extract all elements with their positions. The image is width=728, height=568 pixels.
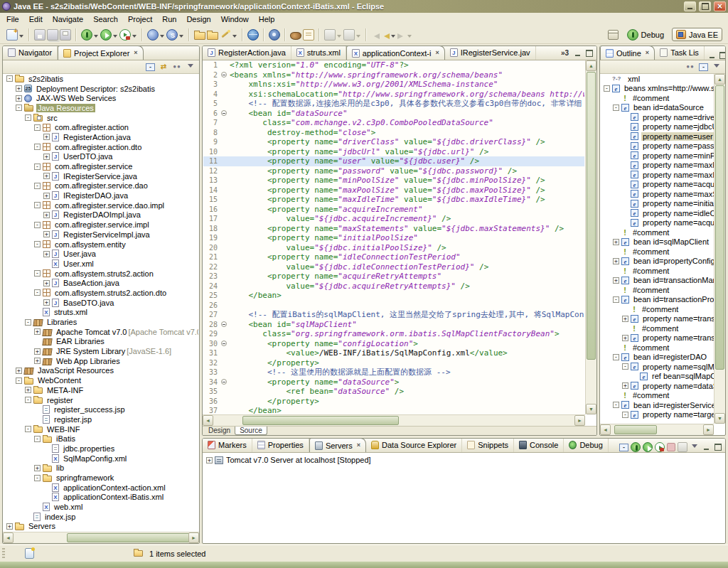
tree-item-src[interactable]: -src [4,113,198,123]
maximize-view-icon[interactable] [584,49,594,58]
debug-button[interactable] [80,28,100,41]
expander-icon[interactable]: + [43,134,50,140]
scroll-left-icon[interactable]: ◄ [600,424,611,435]
tree-item-comment[interactable]: +#comment [601,247,714,257]
minimize-button[interactable] [684,1,696,11]
tree-item-basedto-java[interactable]: +BaseDTO.java [4,298,198,308]
xml-source-editor[interactable]: 1<?xml version="1.0" encoding="UTF-8"?>2… [203,60,584,416]
tree-item-beans-xmlns-http-www-spring[interactable]: -beans xmlns=http://www.spring [601,84,714,94]
expander-icon[interactable]: + [43,212,50,218]
tree-item-com-aflregister-service-dao[interactable]: -com.aflregister.service.dao [4,181,198,191]
save-all-button[interactable] [46,28,59,41]
tree-item-web-xml[interactable]: +web.xml [4,502,198,512]
statusbar-grip[interactable] [2,548,5,559]
fold-icon[interactable] [221,321,227,327]
tree-item-bean-id-registerdao[interactable]: -bean id=registerDAO [601,353,714,363]
tree-item-web-inf[interactable]: -WEB-INF [4,424,198,434]
code-line-26[interactable]: 26 [203,301,584,311]
code-line-19[interactable]: 19 <property name="initialPoolSize" [203,233,584,243]
close-icon[interactable]: × [644,50,649,56]
tree-item-sqlmapconfig-xml[interactable]: +SqlMapConfig.xml [4,454,198,463]
tree-item-property-name-idleconn[interactable]: +property name=idleConn [601,208,714,218]
tree-item-comment[interactable]: +#comment [601,343,714,353]
tree-item-webcontent[interactable]: -WebContent [4,375,198,385]
expander-icon[interactable]: - [16,105,22,111]
expander-icon[interactable]: + [43,193,50,199]
tree-item-iregisterdao-java[interactable]: +IRegisterDAO.java [4,191,198,200]
code-line-5[interactable]: 5 <!-- 配置数据源,连接池采用的是c3p0, 具体各参数代表意义参看c3p… [203,99,584,109]
code-line-22[interactable]: 22 value="${jdbc.idleConnectionTestPerio… [203,262,584,272]
tree-item-property-name-sqlmapc[interactable]: -property name=sqlMapC [601,362,714,372]
expander-icon[interactable]: - [34,202,41,208]
tab-overflow-indicator[interactable]: »3 [559,47,571,60]
tab-iregisterservice-jav[interactable]: IRegisterService.jav [445,45,536,60]
expander-icon[interactable]: + [613,277,619,284]
expander-icon[interactable]: - [25,114,31,121]
expander-icon[interactable]: + [206,457,213,463]
tree-item-userdto-java[interactable]: +UserDTO.java [4,152,198,162]
tree-item-comment[interactable]: +#comment [601,227,714,237]
expander-icon[interactable]: - [34,241,41,247]
menu-file[interactable]: File [1,14,24,25]
code-line-20[interactable]: 20 value="${jdbc.initialPoolSize}" /> [203,243,584,253]
tree-item-servers[interactable]: +Servers [4,522,198,532]
tree-item-property-name-datasour[interactable]: +property name=dataSour [601,381,714,391]
tree-item-property-name-password[interactable]: +property name=password [601,141,714,151]
tree-item-struts-xml[interactable]: +struts.xml [4,308,198,318]
expander-icon[interactable]: + [613,239,619,245]
tree-item-web-app-libraries[interactable]: +Web App Libraries [4,356,198,366]
menu-edit[interactable]: Edit [24,14,48,25]
expander-icon[interactable]: - [613,402,619,408]
tree-item-register[interactable]: -register [4,395,198,405]
expander-icon[interactable]: + [622,382,628,389]
code-line-24[interactable]: 24 value="${jdbc.acquireRetryAttempts}" … [203,282,584,291]
menu-search[interactable]: Search [88,14,123,25]
code-line-6[interactable]: 6 <bean id="dataSource" [203,109,584,119]
last-edit-location-button[interactable] [370,30,380,40]
start-server-icon[interactable] [643,442,653,452]
close-icon[interactable]: × [132,50,137,56]
tree-item-bean-id-transactionmanager[interactable]: +bean id=transactionManager [601,276,714,286]
tree-item-comment[interactable]: +#comment [601,323,714,333]
restore-button[interactable] [699,1,711,11]
tree-item-springframework[interactable]: -springframework [4,473,198,483]
tree-item-com-aflregister-service-impl[interactable]: -com.aflregister.service.impl [4,220,198,230]
print-button[interactable] [59,28,72,41]
tree-item-property-name-transacti[interactable]: +property name=transacti [601,314,714,324]
tree-item-ibatis[interactable]: -iBatis [4,434,198,444]
link-with-editor-icon[interactable]: ⇄ [159,63,168,72]
code-line-28[interactable]: 28 <bean id="sqlMapClient" [203,320,584,330]
search-button[interactable] [268,28,281,41]
tree-item-lib[interactable]: +lib [4,463,198,473]
next-annotation-button[interactable] [323,28,343,41]
minimize-view-icon[interactable] [707,51,717,60]
publish-server-icon[interactable] [678,442,687,452]
expander-icon[interactable]: + [43,280,50,286]
expander-icon[interactable]: - [6,75,13,82]
tree-item-com-aflregister-service[interactable]: -com.aflregister.service [4,161,198,171]
expander-icon[interactable]: - [34,436,41,442]
code-line-33[interactable]: 33 <!-- 这里使用的数据源就是上面配置的数据源 --> [203,368,584,377]
code-line-16[interactable]: 16 <property name="acquireIncrement" [203,205,584,215]
tree-item-property-name-acquirein[interactable]: +property name=acquireIn [601,180,714,190]
tree-item-registeraction-java[interactable]: +RegisterAction.java [4,132,198,142]
expander-icon[interactable]: - [16,377,22,384]
tab-data-source-explorer[interactable]: Data Source Explorer [366,438,462,452]
code-line-29[interactable]: 29 class="org.springframework.orm.ibatis… [203,329,584,339]
expander-icon[interactable]: - [622,363,628,370]
expander-icon[interactable]: - [613,105,619,111]
tree-item-com-aflsystem-entity[interactable]: -com.aflsystem.entity [4,240,198,250]
wand-button[interactable] [219,28,238,41]
tree-item-property-name-user[interactable]: +property name=user [601,132,714,141]
tree-item-xml[interactable]: +xml [601,74,714,84]
code-line-10[interactable]: 10 <property name="jdbcUrl" value="${jdb… [203,147,584,157]
scroll-down-icon[interactable]: ▼ [586,404,596,414]
debug-server-icon[interactable] [631,442,641,452]
tree-item-property-name-target[interactable]: -property name=target [601,410,714,420]
collapse-all-icon[interactable]: - [699,63,708,71]
code-line-30[interactable]: 30 <property name="configLocation"> [203,339,584,349]
tab-console[interactable]: Console [514,438,564,452]
tree-item-applicationcontext-action-xml[interactable]: +applicationContext-action.xml [4,483,198,493]
open-perspective-button[interactable] [607,29,619,41]
code-line-17[interactable]: 17 value="${jdbc.acquireIncrement}" /> [203,214,584,224]
